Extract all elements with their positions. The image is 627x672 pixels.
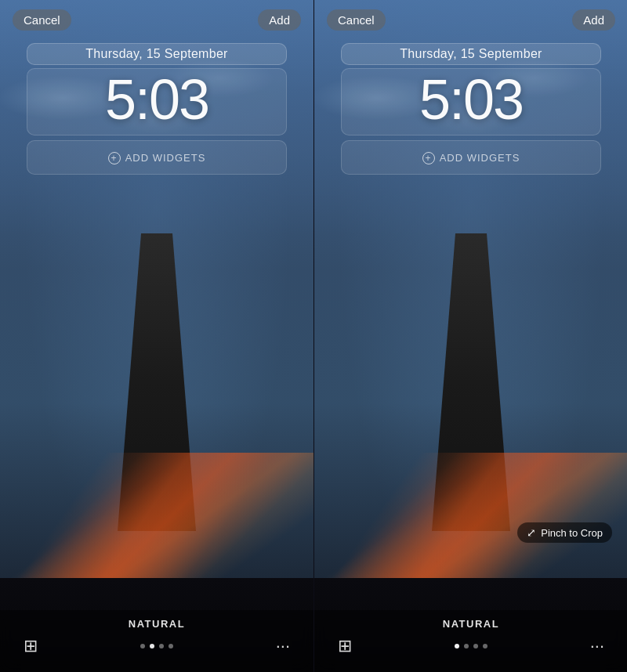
left-dot-0 [140, 644, 145, 649]
left-cancel-button[interactable]: Cancel [13, 9, 71, 31]
right-widgets-area[interactable]: +ADD WIDGETS [341, 140, 600, 175]
right-top-bar: Cancel Add [314, 0, 627, 37]
left-add-widgets-text: +ADD WIDGETS [108, 152, 206, 164]
right-lock-content: Thursday, 15 September 5:03 +ADD WIDGETS [314, 37, 627, 175]
right-dot-1 [464, 644, 469, 649]
left-gallery-button[interactable]: ⊞ [24, 636, 38, 656]
right-gallery-icon: ⊞ [338, 636, 352, 656]
right-time-widget[interactable]: 5:03 [341, 68, 600, 135]
left-more-icon: ··· [276, 636, 290, 656]
left-lock-content: Thursday, 15 September 5:03 +ADD WIDGETS [0, 37, 314, 175]
right-dot-0 [455, 644, 459, 649]
left-bottom-bar: NATURAL ⊞ ··· [0, 610, 314, 672]
left-dot-indicators [140, 644, 173, 649]
right-bottom-icons: ⊞ ··· [330, 636, 612, 656]
right-dot-3 [483, 644, 487, 649]
right-phone-panel: Cancel Add Thursday, 15 September 5:03 +… [314, 0, 627, 672]
right-time-text: 5:03 [419, 68, 523, 131]
left-widgets-area[interactable]: +ADD WIDGETS [27, 140, 286, 175]
right-more-button[interactable]: ··· [590, 636, 604, 656]
right-more-icon: ··· [590, 636, 604, 656]
left-phone-panel: Cancel Add Thursday, 15 September 5:03 +… [0, 0, 314, 672]
left-date-widget[interactable]: Thursday, 15 September [27, 43, 286, 65]
right-dot-2 [473, 644, 478, 649]
right-cancel-button[interactable]: Cancel [327, 9, 386, 31]
right-bottom-bar: NATURAL ⊞ ··· [314, 610, 627, 672]
pinch-to-crop-label: ⤢ Pinch to Crop [517, 522, 612, 543]
left-more-button[interactable]: ··· [276, 636, 290, 656]
right-gallery-button[interactable]: ⊞ [338, 636, 352, 656]
right-dot-indicators [455, 644, 487, 649]
right-plus-circle-icon: + [422, 152, 435, 164]
left-filter-label: NATURAL [16, 618, 298, 630]
right-date-widget[interactable]: Thursday, 15 September [341, 43, 600, 65]
right-add-button[interactable]: Add [572, 9, 615, 31]
left-time-widget[interactable]: 5:03 [27, 68, 286, 135]
right-add-widgets-text: +ADD WIDGETS [422, 152, 520, 164]
left-gallery-icon: ⊞ [24, 636, 38, 656]
left-time-text: 5:03 [105, 68, 208, 131]
left-dot-1 [150, 644, 154, 649]
left-ui-overlay: Cancel Add Thursday, 15 September 5:03 +… [0, 0, 314, 672]
left-bottom-icons: ⊞ ··· [16, 636, 298, 656]
right-filter-label: NATURAL [330, 618, 612, 630]
left-dot-3 [169, 644, 173, 649]
right-date-text: Thursday, 15 September [400, 47, 542, 60]
right-ui-overlay: Cancel Add Thursday, 15 September 5:03 +… [314, 0, 627, 672]
pinch-label-text: Pinch to Crop [541, 527, 603, 539]
left-date-text: Thursday, 15 September [85, 47, 228, 60]
left-plus-circle-icon: + [108, 152, 121, 164]
left-dot-2 [159, 644, 164, 649]
left-add-button[interactable]: Add [258, 9, 301, 31]
crop-icon: ⤢ [527, 526, 536, 539]
left-top-bar: Cancel Add [0, 0, 314, 37]
